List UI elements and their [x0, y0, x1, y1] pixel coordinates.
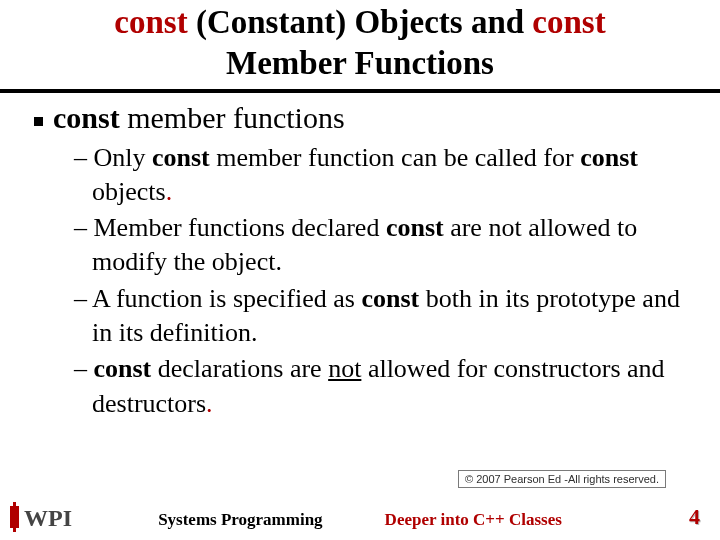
main-bullet-keyword: const	[53, 101, 120, 134]
sub3-kw: const	[361, 284, 419, 313]
sub4-b: declarations are	[151, 354, 328, 383]
slide-footer: Systems Programming Deeper into C++ Clas…	[0, 510, 720, 530]
main-bullet: const member functions	[34, 101, 692, 135]
footer-course: Systems Programming	[158, 510, 322, 530]
footer-topic: Deeper into C++ Classes	[385, 510, 562, 530]
title-text-1: (Constant) Objects and	[188, 4, 533, 40]
sub1-b: member function can be called for	[210, 143, 580, 172]
sub1-a: – Only	[74, 143, 152, 172]
sub-bullet-1: – Only const member function can be call…	[74, 141, 692, 210]
slide-content: const member functions – Only const memb…	[0, 93, 720, 422]
sub2-kw: const	[386, 213, 444, 242]
bullet-square-icon	[34, 117, 43, 126]
title-line-2: Member Functions	[226, 45, 494, 81]
page-number: 4	[689, 504, 700, 530]
sub-bullet-2: – Member functions declared const are no…	[74, 211, 692, 280]
sub4-dot: .	[206, 389, 213, 418]
sub3-a: – A function is specified as	[74, 284, 361, 313]
sub1-kw1: const	[152, 143, 210, 172]
sub4-kw: const	[94, 354, 152, 383]
sub-bullet-3: – A function is specified as const both …	[74, 282, 692, 351]
sub1-dot: .	[166, 177, 173, 206]
main-bullet-rest: member functions	[120, 101, 345, 134]
main-bullet-text: const member functions	[53, 101, 345, 135]
sub4-a: –	[74, 354, 94, 383]
sub2-a: – Member functions declared	[74, 213, 386, 242]
sub1-kw2: const	[580, 143, 638, 172]
title-keyword-2: const	[532, 4, 605, 40]
sub-bullet-list: – Only const member function can be call…	[34, 141, 692, 422]
title-keyword-1: const	[114, 4, 187, 40]
sub4-not: not	[328, 354, 361, 383]
slide-title: const (Constant) Objects and const Membe…	[0, 0, 720, 93]
sub1-c: objects	[92, 177, 166, 206]
sub-bullet-4: – const declarations are not allowed for…	[74, 352, 692, 421]
copyright-notice: © 2007 Pearson Ed -All rights reserved.	[458, 470, 666, 488]
